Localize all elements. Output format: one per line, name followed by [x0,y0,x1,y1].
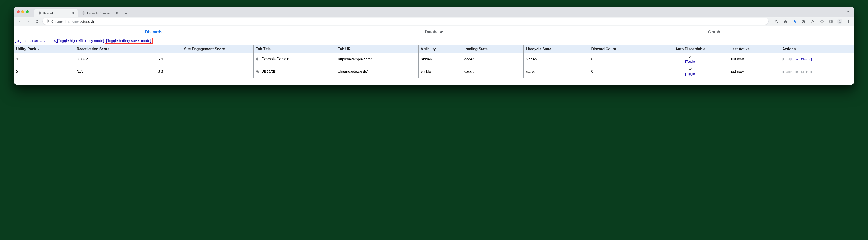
cell-url: chrome://discards/ [336,65,418,78]
tab-strip: Discards ✕ Example Domain ✕ + [34,7,843,17]
svg-point-10 [848,21,848,22]
urgent-discard-link[interactable]: [Urgent Discard] [790,58,812,61]
cell-discard-count: 0 [589,53,653,65]
cell-rank: 2 [14,65,74,78]
col-tab-title[interactable]: Tab Title [253,45,336,53]
subtab-graph[interactable]: Graph [574,30,854,34]
urgent-discard-link: [Urgent Discard] [790,70,812,73]
url-prefix: Chrome [51,20,63,23]
toggle-battery-saver-link[interactable]: [Toggle battery saver mode] [106,39,151,43]
cell-rank: 1 [14,53,74,65]
cell-visibility: visible [418,65,461,78]
cell-actions: [Load][Urgent Discard] [780,65,854,78]
load-link: [Load] [782,58,790,61]
cell-discard-count: 0 [589,65,653,78]
reload-button[interactable] [34,18,40,25]
col-visibility[interactable]: Visibility [418,45,461,53]
globe-icon [256,69,260,74]
browser-window: Discards ✕ Example Domain ✕ + [14,7,854,85]
cell-last-active: just now [728,65,780,78]
maximize-window-button[interactable] [26,10,29,13]
toolbar-right-icons [773,18,851,25]
col-engagement-score[interactable]: Site Engagement Score [155,45,254,53]
subtab-database[interactable]: Database [294,30,574,34]
load-link: [Load] [782,70,790,73]
action-links-row: [Urgent discard a tab now][Toggle high e… [14,38,854,45]
cell-auto-discardable: ✔[Toggle] [653,53,728,65]
chevron-down-icon[interactable] [845,10,851,14]
profile-avatar[interactable] [837,19,842,24]
col-loading-state[interactable]: Loading State [461,45,523,53]
zoom-icon[interactable] [773,18,780,25]
cell-auto-discardable: ✔[Toggle] [653,65,728,78]
stop-icon[interactable] [819,18,825,25]
cell-url: https://example.com/ [336,53,418,65]
sidepanel-icon[interactable] [828,18,834,25]
forward-button[interactable] [25,18,31,25]
close-tab-icon[interactable]: ✕ [71,11,74,15]
menu-icon[interactable] [845,18,851,25]
toggle-high-efficiency-link[interactable]: [Toggle high efficiency mode] [57,39,104,43]
cell-visibility: hidden [418,53,461,65]
cell-engagement: 6.4 [155,53,254,65]
close-tab-icon[interactable]: ✕ [116,11,119,15]
col-tab-url[interactable]: Tab URL [336,45,418,53]
svg-point-3 [47,21,48,22]
subtab-discards[interactable]: Discards [14,30,294,34]
col-utility-rank[interactable]: Utility Rank▲ [14,45,74,53]
table-header-row: Utility Rank▲ Reactivation Score Site En… [14,45,854,53]
table-body: 10.83726.4Example Domainhttps://example.… [14,53,854,78]
address-bar[interactable]: Chrome | chrome://discards [42,18,769,25]
close-window-button[interactable] [17,10,20,13]
check-icon: ✔ [655,67,725,72]
sort-asc-icon: ▲ [37,48,39,51]
flask-icon[interactable] [810,18,816,25]
minimize-window-button[interactable] [22,10,24,13]
tab-title-text: Discards [261,69,276,73]
sub-tabs: Discards Database Graph [14,26,854,38]
extensions-icon[interactable] [801,18,807,25]
url-bold: discards [82,20,95,23]
window-titlebar: Discards ✕ Example Domain ✕ + [14,7,854,17]
col-lifecycle-state[interactable]: Lifecycle State [523,45,589,53]
cell-loading: loaded [461,53,523,65]
page-content: Discards Database Graph [Urgent discard … [14,26,854,85]
cell-title: Discards [253,65,336,78]
col-actions[interactable]: Actions [780,45,854,53]
col-reactivation-score[interactable]: Reactivation Score [74,45,155,53]
globe-icon [256,57,260,61]
table-row: 2N/A0.0Discardschrome://discards/visible… [14,65,854,78]
col-auto-discardable[interactable]: Auto Discardable [653,45,728,53]
cell-reactivation: N/A [74,65,155,78]
urgent-discard-link[interactable]: [Urgent discard a tab now] [14,39,57,43]
browser-tab-example[interactable]: Example Domain ✕ [79,9,122,17]
browser-tab-discards[interactable]: Discards ✕ [34,9,78,17]
back-button[interactable] [17,18,23,25]
header-label: Utility Rank [16,47,36,51]
col-discard-count[interactable]: Discard Count [589,45,653,53]
svg-rect-7 [830,20,832,23]
bookmark-star-icon[interactable] [792,18,798,25]
cell-title: Example Domain [253,53,336,65]
url-text: chrome://discards [68,20,94,23]
discards-table: Utility Rank▲ Reactivation Score Site En… [14,45,854,78]
cell-loading: loaded [461,65,523,78]
tab-title: Discards [43,11,55,15]
toggle-auto-discardable-link[interactable]: [Toggle] [685,60,696,63]
tab-title-text: Example Domain [261,57,289,61]
new-tab-button[interactable]: + [123,10,129,17]
table-row: 10.83726.4Example Domainhttps://example.… [14,53,854,65]
svg-point-9 [848,20,848,21]
cell-engagement: 0.0 [155,65,254,78]
svg-point-2 [46,20,49,22]
window-controls [17,10,29,13]
globe-icon [82,11,85,15]
share-icon[interactable] [782,18,789,25]
browser-toolbar: Chrome | chrome://discards [14,17,854,26]
check-icon: ✔ [655,55,725,59]
toggle-auto-discardable-link[interactable]: [Toggle] [685,72,696,76]
col-last-active[interactable]: Last Active [728,45,780,53]
cell-lifecycle: active [523,65,589,78]
cell-reactivation: 0.8372 [74,53,155,65]
cell-lifecycle: hidden [523,53,589,65]
